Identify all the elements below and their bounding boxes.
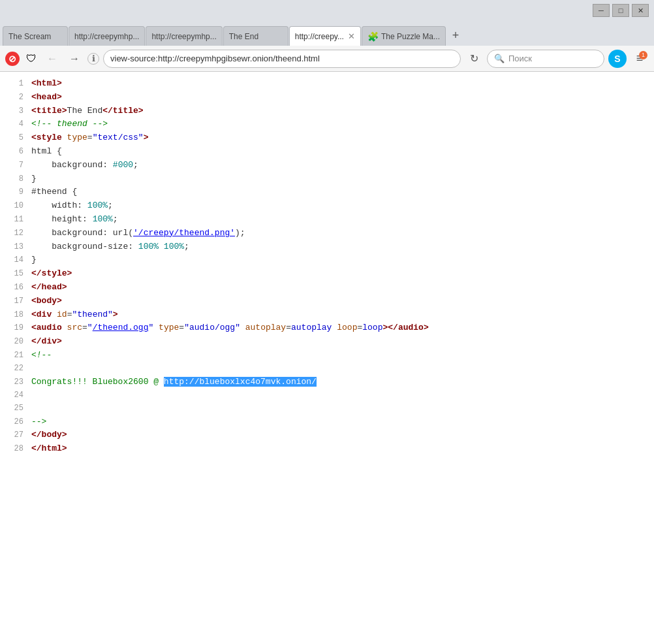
address-bar[interactable]: view-source:http://creepymhpgibsewr.onio…: [103, 50, 461, 68]
back-button[interactable]: ←: [43, 50, 61, 68]
source-line-17: 17 <body>: [0, 295, 654, 308]
search-bar[interactable]: 🔍 Поиск: [487, 50, 604, 68]
source-line-25: 25: [0, 402, 654, 415]
maximize-button[interactable]: □: [612, 4, 629, 17]
source-view: 1 <html> 2 <head> 3 <title>The End</titl…: [0, 72, 654, 461]
block-icon: ⊘: [5, 52, 20, 66]
source-line-11: 11 height: 100%;: [0, 213, 654, 227]
menu-badge: 1: [639, 51, 647, 59]
source-line-23: 23 Congrats!!! Bluebox2600 @ http://blue…: [0, 376, 654, 389]
address-text: view-source:http://creepymhpgibsewr.onio…: [110, 54, 320, 63]
menu-button[interactable]: ≡ 1: [631, 50, 649, 68]
tabs-bar: The Scream http://creepymhp... http://cr…: [0, 21, 654, 46]
tab-label: http://creepymhp...: [151, 32, 216, 41]
tab-label: http://creepy...: [295, 32, 344, 41]
tab-close-button[interactable]: ✕: [348, 31, 355, 41]
source-line-10: 10 width: 100%;: [0, 199, 654, 213]
source-line-16: 16 </head>: [0, 281, 654, 295]
tab-label: The Scream: [8, 32, 51, 41]
source-line-9: 9 #theend {: [0, 185, 654, 199]
close-button[interactable]: ✕: [632, 4, 649, 17]
search-icon: 🔍: [494, 54, 505, 63]
skype-button[interactable]: S: [608, 50, 627, 68]
toolbar: ⊘ 🛡 ← → ℹ view-source:http://creepymhpgi…: [0, 46, 654, 72]
source-line-24: 24: [0, 389, 654, 402]
source-line-18: 18 <div id="theend">: [0, 308, 654, 322]
source-line-6: 6 html {: [0, 145, 654, 159]
tab-creepy-2[interactable]: http://creepymhp...: [69, 26, 145, 46]
source-line-15: 15 </style>: [0, 267, 654, 281]
highlighted-url[interactable]: http://blueboxlxc4o7mvk.onion/: [164, 377, 317, 387]
tab-puzzle-ma[interactable]: 🧩 The Puzzle Ma...: [362, 26, 446, 46]
forward-button[interactable]: →: [65, 50, 84, 68]
shield-button[interactable]: 🛡: [23, 51, 39, 67]
source-line-19: 19 <audio src="/theend.ogg" type="audio/…: [0, 321, 654, 335]
titlebar: ─ □ ✕: [0, 0, 654, 21]
info-button[interactable]: ℹ: [87, 53, 99, 65]
source-line-22: 22: [0, 362, 654, 376]
source-line-1: 1 <html>: [0, 77, 654, 91]
source-line-7: 7 background: #000;: [0, 159, 654, 172]
source-line-5: 5 <style type="text/css">: [0, 131, 654, 145]
source-line-4: 4 <!-- theend -->: [0, 118, 654, 131]
tab-the-end[interactable]: The End: [223, 26, 288, 46]
tab-label: The Puzzle Ma...: [381, 32, 440, 41]
window-controls: ─ □ ✕: [593, 4, 649, 17]
source-line-2: 2 <head>: [0, 91, 654, 105]
puzzle-icon: 🧩: [367, 31, 379, 42]
tab-creepy-3[interactable]: http://creepymhp...: [146, 26, 222, 46]
source-line-26: 26 -->: [0, 415, 654, 429]
source-line-14: 14 }: [0, 253, 654, 267]
source-line-27: 27 </body>: [0, 428, 654, 442]
source-line-3: 3 <title>The End</title>: [0, 105, 654, 118]
browser-window: ─ □ ✕ The Scream http://creepymhp... htt…: [0, 0, 654, 644]
content-area: 1 <html> 2 <head> 3 <title>The End</titl…: [0, 72, 654, 644]
source-line-8: 8 }: [0, 172, 654, 186]
source-line-13: 13 background-size: 100% 100%;: [0, 240, 654, 254]
source-line-21: 21 <!--: [0, 349, 654, 362]
reload-button[interactable]: ↻: [465, 50, 483, 68]
tab-label: The End: [229, 32, 258, 41]
new-tab-button[interactable]: +: [446, 26, 465, 44]
minimize-button[interactable]: ─: [593, 4, 610, 17]
source-line-28: 28 </html>: [0, 442, 654, 456]
tab-the-scream[interactable]: The Scream: [3, 26, 68, 46]
tab-creepy-active[interactable]: http://creepy... ✕: [289, 26, 361, 46]
source-line-20: 20 </div>: [0, 335, 654, 349]
tab-label: http://creepymhp...: [74, 32, 139, 41]
search-placeholder: Поиск: [508, 54, 532, 63]
source-line-12: 12 background: url('/creepy/theend.png')…: [0, 227, 654, 240]
